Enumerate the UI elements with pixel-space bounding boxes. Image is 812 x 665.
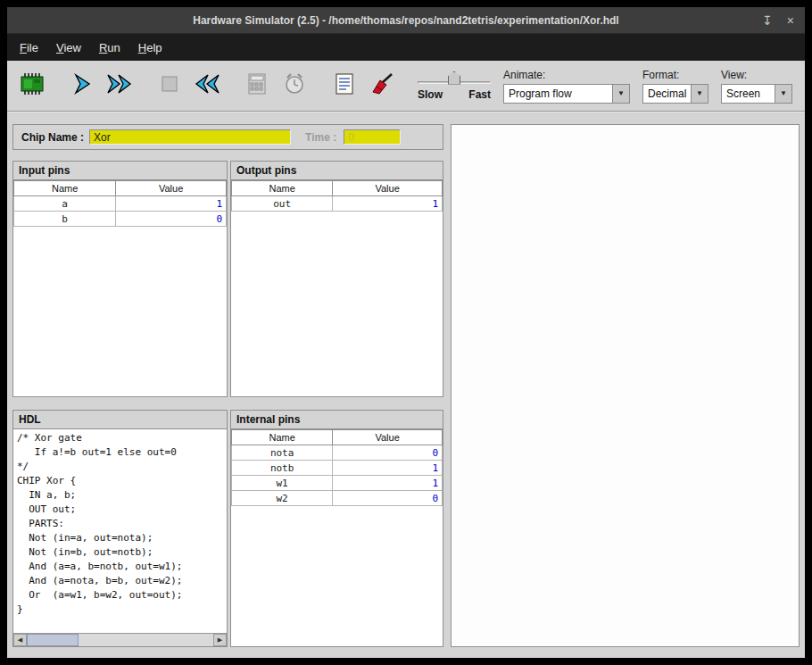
menu-help-label: Help [138, 41, 162, 54]
col-name-header: Name [14, 181, 116, 196]
calculator-button[interactable] [239, 67, 275, 104]
view-label: View: [721, 69, 792, 81]
pin-value[interactable]: 0 [116, 212, 227, 227]
internal-pins-title: Internal pins [231, 411, 443, 429]
pin-name: a [14, 196, 116, 212]
rewind-icon [193, 73, 221, 98]
table-row: b 0 [14, 212, 227, 227]
hdl-title: HDL [13, 411, 227, 429]
input-pins-title: Input pins [13, 162, 227, 180]
hdl-panel: HDL /* Xor gate If a!=b out=1 else out=0… [12, 410, 228, 647]
pin-name: w1 [232, 476, 333, 491]
close-icon[interactable]: × [787, 14, 794, 27]
pin-value[interactable]: 1 [116, 196, 227, 212]
app-window: Hardware Simulator (2.5) - /home/thomas/… [7, 7, 805, 658]
load-chip-button[interactable] [14, 67, 50, 104]
clock-button[interactable] [277, 67, 312, 104]
script-button[interactable] [327, 67, 362, 104]
format-selected-value: Decimal [643, 85, 691, 103]
stop-icon [161, 75, 178, 96]
scroll-right-icon[interactable]: ▶ [213, 634, 227, 646]
format-label: Format: [642, 69, 708, 81]
menu-view[interactable]: View [47, 34, 90, 61]
output-pins-title: Output pins [231, 162, 443, 180]
input-pins-panel: Input pins Name Value a 1 b 0 [12, 161, 228, 397]
table-row: notb 1 [232, 461, 443, 476]
table-header-row: Name Value [232, 181, 443, 196]
animate-group: Animate: Program flow ▼ [503, 69, 630, 104]
screen-view-panel [451, 124, 800, 647]
animate-selected-value: Program flow [504, 85, 612, 103]
internal-pins-panel: Internal pins Name Value nota 0 notb 1 [230, 410, 443, 647]
pin-value: 1 [333, 461, 443, 476]
view-selected-value: Screen [722, 85, 775, 103]
table-header-row: Name Value [14, 181, 227, 196]
chevron-down-icon[interactable]: ▼ [612, 85, 629, 103]
scrollbar-thumb[interactable] [27, 634, 79, 646]
chevron-down-icon[interactable]: ▼ [775, 85, 791, 103]
format-group: Format: Decimal ▼ [642, 69, 708, 104]
slider-handle-icon[interactable] [448, 71, 460, 85]
table-row: a 1 [14, 196, 227, 212]
window-title: Hardware Simulator (2.5) - /home/thomas/… [7, 14, 805, 27]
brush-icon [369, 72, 394, 99]
pin-name: b [14, 212, 116, 227]
pin-value: 0 [333, 491, 443, 506]
stop-button[interactable] [152, 67, 187, 104]
scrollbar-track[interactable] [27, 634, 213, 646]
table-row: w1 1 [232, 476, 443, 491]
chevron-down-icon[interactable]: ▼ [691, 85, 708, 103]
view-select[interactable]: Screen ▼ [721, 84, 792, 104]
calculator-icon [247, 72, 267, 99]
pin-value: 1 [333, 196, 443, 212]
reset-button[interactable] [189, 67, 225, 104]
col-value-header: Value [333, 430, 443, 445]
hdl-code: /* Xor gate If a!=b out=1 else out=0 */ … [13, 429, 227, 633]
menu-help[interactable]: Help [129, 34, 171, 61]
time-label: Time : [305, 131, 336, 144]
input-pins-table: Name Value a 1 b 0 [13, 180, 227, 396]
output-pins-panel: Output pins Name Value out 1 [230, 161, 443, 397]
menu-run-label: Run [99, 41, 120, 54]
animate-select[interactable]: Program flow ▼ [503, 84, 630, 104]
minimize-icon[interactable]: ↧ [762, 14, 773, 27]
chip-name-field[interactable]: Xor [89, 129, 291, 145]
script-icon [334, 72, 355, 99]
menu-file-label: File [20, 41, 38, 54]
internal-pins-table: Name Value nota 0 notb 1 w1 1 [231, 429, 443, 646]
toolbar: Slow Fast Animate: Program flow ▼ Format… [7, 61, 805, 112]
speed-slider: Slow Fast [418, 71, 491, 101]
table-row: nota 0 [232, 445, 443, 461]
col-value-header: Value [116, 181, 227, 196]
menu-run[interactable]: Run [90, 34, 129, 61]
scroll-left-icon[interactable]: ◀ [13, 634, 27, 646]
menu-file[interactable]: File [11, 34, 47, 61]
menu-view-label: View [56, 41, 81, 54]
pin-name: out [232, 196, 333, 212]
animate-label: Animate: [503, 69, 630, 81]
menu-bar: File View Run Help [7, 34, 805, 61]
chip-name-label: Chip Name : [21, 131, 84, 144]
table-row: out 1 [232, 196, 443, 212]
speed-slider-track[interactable] [418, 71, 491, 87]
slider-fast-label: Fast [468, 88, 491, 101]
table-row: w2 0 [232, 491, 443, 506]
pin-name: notb [232, 461, 333, 476]
slider-slow-label: Slow [418, 88, 443, 101]
single-step-button[interactable] [64, 67, 100, 104]
format-select[interactable]: Decimal ▼ [642, 84, 708, 104]
main-area: Chip Name : Xor Time : 0 Input pins Name… [7, 112, 805, 658]
hdl-horizontal-scrollbar: ◀ ▶ [13, 633, 227, 646]
pin-value: 1 [333, 476, 443, 491]
chip-icon [19, 72, 46, 99]
pin-value: 0 [333, 445, 443, 461]
time-field: 0 [344, 129, 401, 145]
table-header-row: Name Value [232, 430, 443, 445]
step-forward-icon [70, 73, 94, 98]
run-button[interactable] [102, 67, 137, 104]
clock-icon [283, 72, 306, 99]
col-value-header: Value [333, 181, 443, 196]
col-name-header: Name [232, 430, 333, 445]
clear-button[interactable] [364, 67, 400, 104]
view-group: View: Screen ▼ [721, 69, 792, 104]
